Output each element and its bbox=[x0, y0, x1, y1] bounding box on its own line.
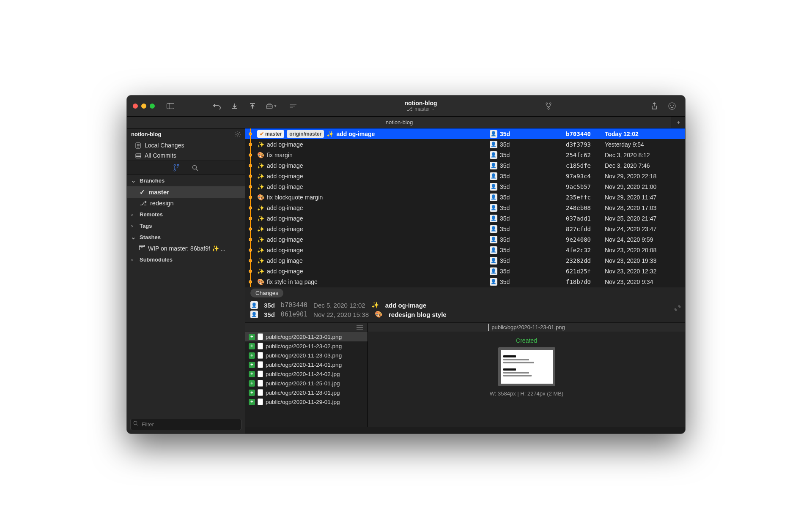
list-mode-icon[interactable] bbox=[357, 325, 363, 330]
preview-header: public/ogp/2020-11-23-01.png bbox=[368, 323, 685, 332]
commit-message: add og-image bbox=[267, 215, 303, 222]
file-row[interactable]: + public/ogp/2020-11-23-02.png bbox=[245, 341, 368, 351]
commit-row[interactable]: ✔masterorigin/master✨add og-image 👤35d b… bbox=[245, 128, 685, 139]
branch-redesign[interactable]: ⎇ redesign bbox=[127, 198, 245, 209]
commit-row[interactable]: ✨add og-image 👤35d 9ac5b57 Nov 29, 2020 … bbox=[245, 181, 685, 192]
gear-icon[interactable] bbox=[235, 131, 241, 137]
file-row[interactable]: + public/ogp/2020-11-29-01.jpg bbox=[245, 397, 368, 406]
commit-row[interactable]: ✨add og-image 👤35d 4fe2c32 Nov 23, 2020 … bbox=[245, 245, 685, 255]
detail-tabs: Changes bbox=[245, 287, 685, 299]
commit-emoji-icon: ✨ bbox=[257, 141, 264, 148]
author-name: 35d bbox=[500, 236, 510, 243]
changed-files-list[interactable]: + public/ogp/2020-11-23-01.png+ public/o… bbox=[245, 323, 368, 427]
file-row[interactable]: + public/ogp/2020-11-24-02.jpg bbox=[245, 369, 368, 379]
changes-tab[interactable]: Changes bbox=[250, 289, 283, 297]
commit-message: add og-image bbox=[385, 302, 427, 309]
commit-row[interactable]: ✨add og-image 👤35d 248eb08 Nov 28, 2020 … bbox=[245, 202, 685, 213]
chevron-down-icon: ▼ bbox=[274, 104, 277, 108]
filter-input[interactable] bbox=[130, 419, 241, 430]
commit-hash: f18b7d0 bbox=[566, 278, 605, 285]
commit-row[interactable]: ✨add og-image 👤35d 9e24080 Nov 24, 2020 … bbox=[245, 234, 685, 245]
sidebar-tags-header[interactable]: › Tags bbox=[127, 220, 245, 232]
sidebar-remotes-header[interactable]: › Remotes bbox=[127, 209, 245, 220]
search-icon[interactable] bbox=[192, 165, 198, 171]
graph-node bbox=[245, 150, 255, 160]
file-row[interactable]: + public/ogp/2020-11-28-01.jpg bbox=[245, 388, 368, 397]
commit-row[interactable]: 🎨fix blockquote margin 👤35d 235effc Nov … bbox=[245, 192, 685, 202]
commit-emoji-icon: ✨ bbox=[257, 226, 264, 232]
commit-row[interactable]: ✨add og-image 👤35d c185dfe Dec 3, 2020 7… bbox=[245, 160, 685, 171]
repo-tab[interactable]: notion-blog bbox=[127, 117, 672, 128]
svg-point-12 bbox=[237, 133, 239, 135]
sidebar-local-changes[interactable]: Local Changes bbox=[127, 140, 245, 150]
sidebar-branches-header[interactable]: ⌄ Branches bbox=[127, 175, 245, 186]
avatar: 👤 bbox=[490, 172, 497, 180]
graph-node bbox=[245, 255, 255, 266]
image-thumbnail[interactable] bbox=[498, 347, 555, 386]
svg-point-9 bbox=[669, 103, 675, 109]
image-dimensions: W: 3584px | H: 2274px (2 MB) bbox=[490, 390, 563, 397]
file-icon bbox=[258, 371, 263, 377]
pull-button[interactable] bbox=[228, 100, 242, 112]
commit-emoji-icon: ✨ bbox=[257, 247, 264, 254]
stash-menu-button[interactable]: ▼ bbox=[263, 101, 280, 112]
author-name: 35d bbox=[500, 205, 510, 211]
author-name: 35d bbox=[500, 247, 510, 254]
expand-icon[interactable] bbox=[674, 305, 681, 311]
sidebar-repo-header: notion-blog bbox=[127, 128, 245, 140]
commit-hash: d3f3793 bbox=[566, 141, 605, 148]
branch-selector[interactable]: ⎇ master ⌄ bbox=[407, 106, 435, 112]
zoom-window-button[interactable] bbox=[150, 104, 155, 109]
svg-point-20 bbox=[174, 164, 176, 166]
branch-master[interactable]: ✓ master bbox=[127, 186, 245, 198]
commit-row[interactable]: ✨add og-image 👤35d d3f3793 Yesterday 9:5… bbox=[245, 139, 685, 150]
sidebar-stashes-header[interactable]: ⌄ Stashes bbox=[127, 232, 245, 243]
add-tab-button[interactable]: ＋ bbox=[672, 117, 685, 128]
graph-node bbox=[245, 224, 255, 234]
commit-row[interactable]: ✨add og-image 👤35d 037add1 Nov 25, 2020 … bbox=[245, 213, 685, 224]
sidebar-toggle-button[interactable] bbox=[163, 100, 178, 112]
author-name: 35d bbox=[500, 257, 510, 264]
preview-path: public/ogp/2020-11-23-01.png bbox=[491, 324, 565, 330]
sidebar-submodules-header[interactable]: › Submodules bbox=[127, 254, 245, 265]
chevron-down-icon: ⌄ bbox=[131, 177, 137, 184]
file-preview: public/ogp/2020-11-23-01.png Created bbox=[368, 323, 685, 427]
push-button[interactable] bbox=[245, 100, 260, 112]
commit-hash: 9ac5b57 bbox=[566, 183, 605, 190]
commit-message: add og-image bbox=[267, 268, 303, 275]
stash-label: WIP on master: 86baf9f ✨ ... bbox=[148, 245, 225, 252]
file-icon bbox=[258, 352, 263, 359]
fork-button[interactable] bbox=[541, 100, 556, 112]
svg-point-6 bbox=[546, 103, 548, 104]
list-toggle-button[interactable] bbox=[286, 100, 300, 112]
file-row[interactable]: + public/ogp/2020-11-23-03.png bbox=[245, 351, 368, 360]
undo-button[interactable] bbox=[210, 100, 224, 112]
branch-mode-icon[interactable] bbox=[173, 164, 179, 172]
svg-rect-26 bbox=[140, 247, 144, 250]
commit-date: Nov 29, 2020 22:18 bbox=[605, 173, 685, 180]
commit-row[interactable]: ✨add og-image 👤35d 827cfdd Nov 24, 2020 … bbox=[245, 224, 685, 234]
commit-row[interactable]: 🎨fix margin 👤35d 254fc62 Dec 3, 2020 8:1… bbox=[245, 150, 685, 160]
share-button[interactable] bbox=[647, 100, 661, 112]
tab-bar: notion-blog ＋ bbox=[127, 117, 685, 128]
close-window-button[interactable] bbox=[133, 104, 138, 109]
file-row[interactable]: + public/ogp/2020-11-25-01.jpg bbox=[245, 379, 368, 388]
file-row[interactable]: + public/ogp/2020-11-24-01.png bbox=[245, 360, 368, 369]
commit-row[interactable]: 🎨fix style in tag page 👤35d f18b7d0 Nov … bbox=[245, 276, 685, 287]
feedback-button[interactable] bbox=[665, 100, 679, 112]
commit-row[interactable]: ✨add og-image 👤35d 97a93c4 Nov 29, 2020 … bbox=[245, 171, 685, 181]
commit-row[interactable]: ✨add og-image 👤35d 621d25f Nov 23, 2020 … bbox=[245, 266, 685, 276]
titlebar-center[interactable]: notion-blog ⎇ master ⌄ bbox=[304, 100, 538, 112]
file-row[interactable]: + public/ogp/2020-11-23-01.png bbox=[245, 332, 368, 341]
branch-icon: ⎇ bbox=[407, 106, 413, 112]
sidebar-all-commits[interactable]: All Commits bbox=[127, 150, 245, 161]
file-path: public/ogp/2020-11-24-01.png bbox=[266, 362, 342, 368]
commit-date: Nov 24, 2020 9:59 bbox=[605, 236, 685, 243]
minimize-window-button[interactable] bbox=[141, 104, 146, 109]
commit-list[interactable]: ✔masterorigin/master✨add og-image 👤35d b… bbox=[245, 128, 685, 287]
chevron-right-icon: › bbox=[131, 223, 137, 229]
commit-row[interactable]: ✨add og image 👤35d 23282dd Nov 23, 2020 … bbox=[245, 255, 685, 266]
svg-point-8 bbox=[548, 108, 549, 109]
stash-item[interactable]: WIP on master: 86baf9f ✨ ... bbox=[127, 243, 245, 254]
stack-icon bbox=[135, 153, 141, 158]
